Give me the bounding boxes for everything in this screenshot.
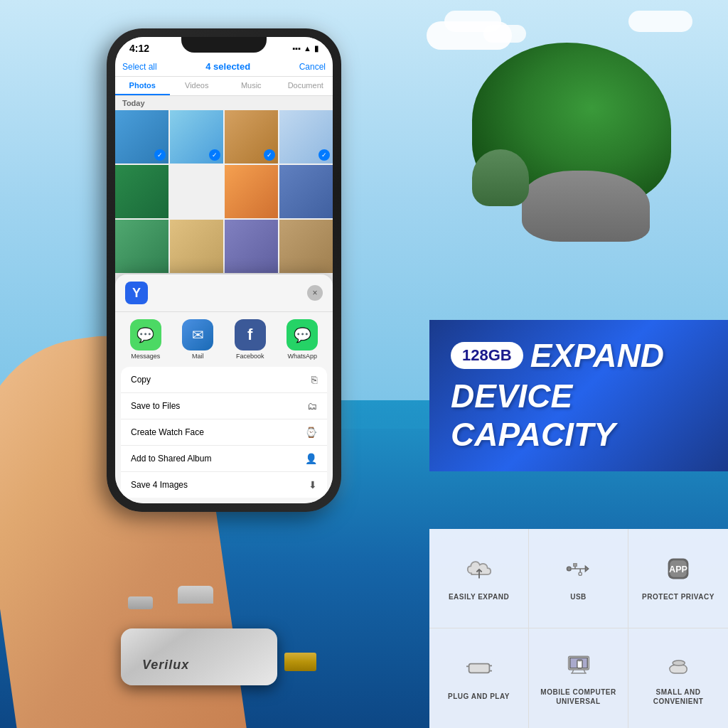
- selected-count: 4 selected: [205, 61, 250, 72]
- photo-cell-2[interactable]: ✓: [170, 110, 223, 164]
- svg-rect-11: [469, 664, 489, 673]
- photo-cell-9[interactable]: [115, 220, 168, 273]
- share-app-facebook[interactable]: f Facebook: [235, 319, 266, 360]
- small-convenient-label: SMALL AND CONVENIENT: [636, 687, 721, 706]
- usb-lightning-arm: [128, 596, 153, 609]
- features-grid: EASILY EXPAND USB APP PROTECT PRIVA: [429, 529, 728, 728]
- photo-cell-8[interactable]: [279, 165, 333, 218]
- cloud-icon: [466, 556, 492, 587]
- share-actions: Copy ⎘ Save to Files 🗂 Create Watch Face…: [121, 367, 327, 498]
- plug-icon: [466, 655, 492, 686]
- feature-plug-play: PLUG AND PLAY: [429, 628, 529, 728]
- photo-cell-11[interactable]: [225, 220, 278, 273]
- protect-privacy-label: PROTECT PRIVACY: [642, 592, 714, 601]
- usb-label: USB: [570, 592, 587, 601]
- tab-videos[interactable]: Videos: [170, 77, 225, 95]
- facebook-label: Facebook: [236, 353, 264, 360]
- app-icon: APP: [665, 556, 691, 587]
- share-sheet: Y × 💬 Messages ✉ Mail: [115, 274, 333, 503]
- save-images-icon: ⬇: [309, 479, 317, 491]
- whatsapp-icon: 💬: [287, 319, 318, 350]
- status-icons: ▪▪▪ ▲ ▮: [292, 44, 318, 53]
- photo-cell-1[interactable]: ✓: [115, 110, 168, 164]
- photo-check-4: ✓: [318, 149, 330, 161]
- share-app-logo: Y: [125, 282, 148, 304]
- watch-face-icon: ⌚: [305, 427, 317, 438]
- feature-protect-privacy: APP PROTECT PRIVACY: [628, 529, 728, 628]
- action-watch-face[interactable]: Create Watch Face ⌚: [121, 419, 327, 446]
- usb-icon: [566, 556, 592, 587]
- svg-line-17: [572, 669, 573, 673]
- hero-title-line2: DEVICE CAPACITY: [451, 377, 707, 454]
- app-header: Select all 4 selected Cancel: [115, 57, 333, 77]
- action-copy[interactable]: Copy ⎘: [121, 367, 327, 393]
- svg-point-7: [579, 572, 582, 575]
- feature-easily-expand: EASILY EXPAND: [429, 529, 529, 628]
- hero-title-line1: EXPAND: [530, 338, 664, 374]
- action-save-images[interactable]: Save 4 Images ⬇: [121, 472, 327, 498]
- photo-cell-5[interactable]: [115, 165, 168, 218]
- share-app-mail[interactable]: ✉ Mail: [182, 319, 213, 360]
- messages-symbol: 💬: [136, 326, 154, 343]
- copy-icon: ⎘: [311, 374, 317, 385]
- svg-marker-3: [585, 566, 588, 571]
- photo-cell-10[interactable]: [170, 220, 223, 273]
- tab-music[interactable]: Music: [224, 77, 279, 95]
- mobile-computer-label: MOBILE COMPUTER UNIVERSAL: [536, 687, 621, 706]
- tab-photos[interactable]: Photos: [115, 77, 170, 95]
- status-time: 4:12: [129, 43, 149, 54]
- whatsapp-label: WhatsApp: [287, 353, 317, 360]
- clouds2: [628, 11, 692, 32]
- share-sheet-header: Y ×: [115, 274, 333, 312]
- photo-cell-6[interactable]: [170, 165, 223, 218]
- phone-screen: 4:12 ▪▪▪ ▲ ▮ Select all 4 selected Cance…: [115, 37, 333, 503]
- photo-grid: ✓ ✓ ✓ ✓: [115, 110, 333, 273]
- photo-cell-4[interactable]: ✓: [279, 110, 333, 164]
- feature-mobile-computer: MOBILE COMPUTER UNIVERSAL: [529, 628, 628, 728]
- copy-label: Copy: [131, 375, 151, 385]
- messages-icon: 💬: [130, 319, 161, 350]
- save-files-icon: 🗂: [307, 400, 317, 412]
- facebook-symbol: f: [247, 326, 252, 344]
- island: [429, 43, 671, 291]
- hero-content: 128GB EXPAND DEVICE CAPACITY: [451, 338, 707, 454]
- hero-banner: 128GB EXPAND DEVICE CAPACITY: [429, 320, 728, 471]
- computer-icon: [566, 651, 592, 682]
- share-app-whatsapp[interactable]: 💬 WhatsApp: [287, 319, 318, 360]
- shared-album-icon: 👤: [305, 453, 317, 464]
- tab-document[interactable]: Document: [279, 77, 333, 95]
- watch-face-label: Create Watch Face: [131, 427, 204, 437]
- notch: [181, 37, 267, 53]
- share-app-messages[interactable]: 💬 Messages: [130, 319, 161, 360]
- facebook-icon: f: [235, 319, 266, 350]
- section-today: Today: [115, 96, 333, 110]
- mail-label: Mail: [192, 353, 204, 360]
- photo-cell-12[interactable]: [279, 220, 333, 273]
- capacity-badge: 128GB: [451, 342, 523, 369]
- svg-point-1: [567, 567, 571, 571]
- action-shared-album[interactable]: Add to Shared Album 👤: [121, 446, 327, 472]
- cancel-button[interactable]: Cancel: [299, 62, 326, 72]
- photo-check-2: ✓: [209, 149, 220, 161]
- mail-symbol: ✉: [192, 326, 204, 343]
- phone-outer: 4:12 ▪▪▪ ▲ ▮ Select all 4 selected Cance…: [107, 28, 341, 512]
- mail-icon: ✉: [182, 319, 213, 350]
- save-files-label: Save to Files: [131, 401, 180, 411]
- photo-cell-3[interactable]: ✓: [225, 110, 278, 164]
- phone: 4:12 ▪▪▪ ▲ ▮ Select all 4 selected Cance…: [107, 28, 341, 512]
- usb-top-arm: [178, 586, 213, 604]
- action-save-files[interactable]: Save to Files 🗂: [121, 393, 327, 419]
- usb-body: Verilux: [121, 628, 277, 685]
- photo-check-3: ✓: [264, 149, 275, 161]
- messages-label: Messages: [131, 353, 160, 360]
- svg-text:APP: APP: [669, 564, 687, 574]
- share-close-button[interactable]: ×: [307, 285, 323, 301]
- photo-cell-7[interactable]: [225, 165, 278, 218]
- select-all-button[interactable]: Select all: [122, 62, 157, 72]
- easily-expand-label: EASILY EXPAND: [449, 592, 509, 601]
- usb-drive: Verilux: [121, 586, 306, 685]
- plug-play-label: PLUG AND PLAY: [448, 692, 510, 701]
- usb-brand-label: Verilux: [142, 658, 189, 673]
- whatsapp-symbol: 💬: [294, 326, 311, 343]
- photo-tabs: Photos Videos Music Document: [115, 77, 333, 96]
